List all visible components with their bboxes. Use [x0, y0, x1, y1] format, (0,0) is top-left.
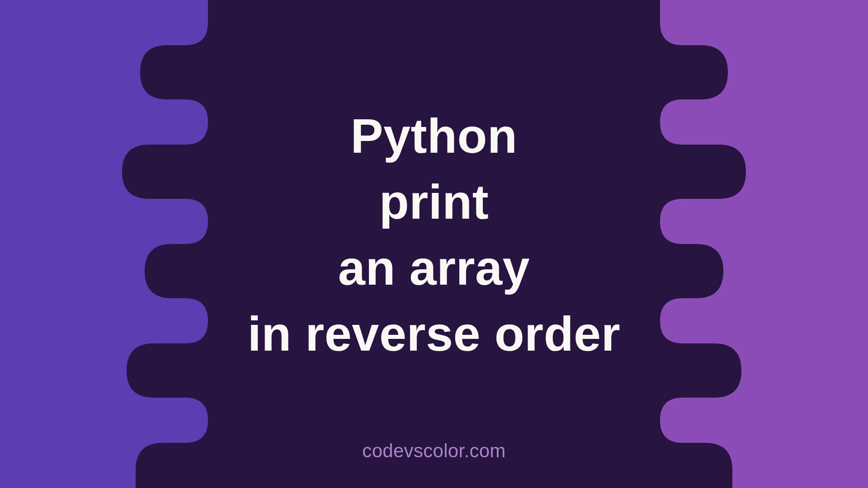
title-line-4: in reverse order — [248, 301, 620, 367]
title-line-1: Python — [248, 103, 620, 169]
title-line-2: print — [248, 169, 620, 235]
main-title: Python print an array in reverse order — [248, 103, 620, 385]
content-layer: Python print an array in reverse order c… — [0, 0, 868, 488]
credit-text: codevscolor.com — [362, 440, 505, 462]
title-line-3: an array — [248, 235, 620, 301]
